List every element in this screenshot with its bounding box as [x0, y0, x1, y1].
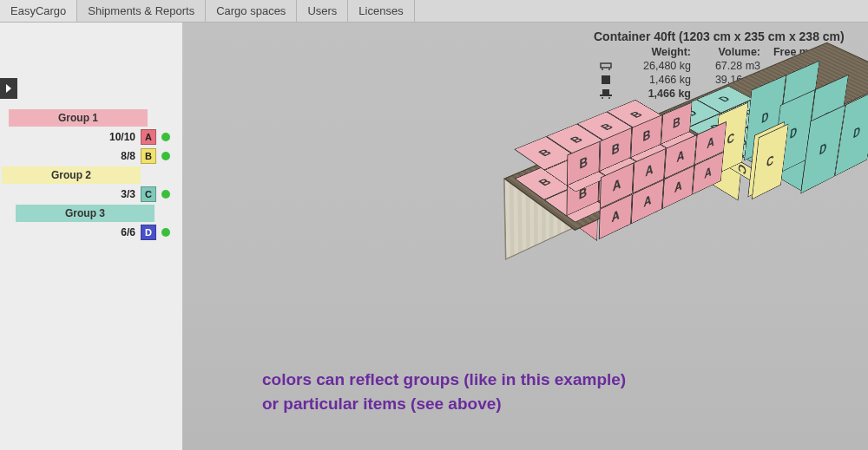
item-swatch-b: B	[141, 148, 156, 164]
container-title: Container 40ft (1203 cm x 235 cm x 238 c…	[594, 29, 854, 43]
item-swatch-d: D	[141, 225, 156, 240]
status-dot-icon	[161, 133, 170, 141]
item-count: 8/8	[121, 150, 135, 162]
group-header-2[interactable]: Group 2	[2, 166, 141, 184]
item-count: 6/6	[121, 226, 135, 238]
status-dot-icon	[161, 228, 170, 237]
status-dot-icon	[161, 152, 170, 160]
group-list: Group 1 10/10 A 8/8 B Group 2 3/3 C Grou…	[0, 109, 182, 243]
cargo-item-b[interactable]: 8/8 B	[0, 147, 182, 165]
item-swatch-a: A	[141, 129, 156, 145]
chevron-right-icon	[4, 83, 13, 94]
app-tab[interactable]: EasyCargo	[0, 0, 77, 22]
group-header-3[interactable]: Group 3	[16, 205, 155, 222]
annotation-caption: colors can reflect groups (like in this …	[262, 368, 626, 415]
nav-tab-users[interactable]: Users	[297, 0, 348, 22]
item-count: 3/3	[121, 188, 135, 200]
group-header-1[interactable]: Group 1	[9, 109, 148, 127]
sidebar: Group 1 10/10 A 8/8 B Group 2 3/3 C Grou…	[0, 23, 182, 450]
caption-line-1: colors can reflect groups (like in this …	[262, 368, 626, 392]
cargo-item-c[interactable]: 3/3 C	[0, 186, 182, 203]
item-swatch-c: C	[141, 186, 156, 202]
nav-tab-cargo-spaces[interactable]: Cargo spaces	[206, 0, 297, 22]
item-count: 10/10	[109, 131, 135, 143]
container-3d-scene: BBBBBBBBBBBBAAAAAAAAAAAABBBBBBBBBBBBAAAA…	[278, 49, 807, 378]
status-dot-icon	[161, 190, 170, 199]
caption-line-2: or particular items (see above)	[262, 392, 626, 416]
expand-sidebar-button[interactable]	[0, 78, 17, 99]
viewport-3d[interactable]: Container 40ft (1203 cm x 235 cm x 238 c…	[182, 23, 868, 450]
cargo-item-d[interactable]: 6/6 D	[0, 224, 182, 241]
nav-tab-shipments[interactable]: Shipments & Reports	[77, 0, 206, 22]
cargo-item-a[interactable]: 10/10 A	[0, 128, 182, 146]
top-nav: EasyCargo Shipments & Reports Cargo spac…	[0, 0, 868, 23]
nav-tab-licenses[interactable]: Licenses	[348, 0, 414, 22]
